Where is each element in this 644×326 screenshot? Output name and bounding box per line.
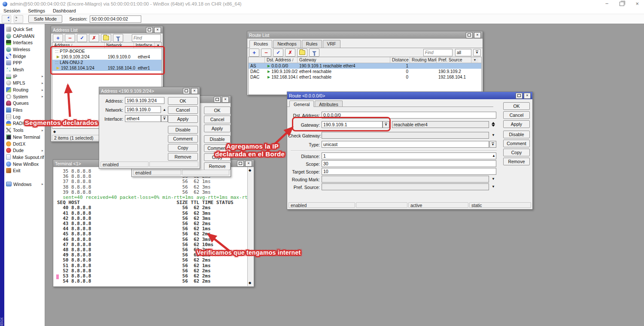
- filter-scope-select[interactable]: [455, 49, 471, 56]
- gateway-dropdown-icon[interactable]: ▼: [383, 121, 389, 128]
- close-icon[interactable]: ×: [222, 97, 229, 103]
- pref-source-field[interactable]: [322, 183, 489, 190]
- target-scope-field[interactable]: [322, 168, 496, 175]
- find-input[interactable]: [132, 34, 161, 42]
- network-field[interactable]: [125, 106, 161, 113]
- comment-button[interactable]: Comment: [168, 135, 198, 143]
- sidebar-item-capsman[interactable]: CAPsMAN: [4, 33, 45, 40]
- dst-address-field[interactable]: [322, 112, 496, 119]
- tab-nexthops[interactable]: Nexthops: [273, 40, 301, 48]
- comment-button[interactable]: Comment: [204, 144, 231, 152]
- type-dropdown-icon[interactable]: ▼: [489, 141, 496, 148]
- sidebar-item-system[interactable]: System▸: [4, 93, 45, 100]
- filter-button[interactable]: [309, 49, 319, 57]
- gateway-spinner-icon[interactable]: [492, 122, 495, 127]
- safe-mode-button[interactable]: Safe Mode: [28, 15, 62, 23]
- sidebar-item-exit[interactable]: Exit: [4, 167, 45, 174]
- remove-button[interactable]: −: [65, 34, 75, 42]
- sidebar-item-mesh[interactable]: Mesh: [4, 66, 45, 73]
- column-distance[interactable]: Distance: [390, 57, 410, 63]
- check-gateway-field[interactable]: [322, 132, 489, 139]
- scroll-down-icon[interactable]: ◆: [249, 281, 251, 285]
- table-row-address[interactable]: ▶192.168.104.1/24 192.168.104.0 ether1: [52, 65, 161, 71]
- column-network[interactable]: Network: [105, 43, 134, 48]
- sidebar-item-mpls[interactable]: MPLS▸: [4, 80, 45, 87]
- sidebar-item-quick-set[interactable]: Quick Set: [4, 26, 45, 33]
- add-button[interactable]: +: [53, 34, 63, 42]
- scroll-up-icon[interactable]: ◆: [249, 168, 251, 172]
- restore-icon[interactable]: [620, 2, 624, 6]
- menu-session[interactable]: Session: [3, 8, 20, 13]
- undo-icon[interactable]: [2, 15, 11, 23]
- cancel-button[interactable]: Cancel: [168, 106, 198, 114]
- table-row-route[interactable]: DAC ▶190.9.109.0/24 ether4 reachable 0 1…: [249, 69, 481, 74]
- routing-mark-field[interactable]: [322, 176, 489, 183]
- disable-button[interactable]: Disable: [168, 126, 198, 134]
- tab-rules[interactable]: Rules: [302, 40, 322, 48]
- sidebar-item-wireless[interactable]: Wireless: [4, 46, 45, 53]
- type-field[interactable]: [322, 141, 489, 148]
- tab-vrf[interactable]: VRF: [323, 40, 340, 48]
- redo-icon[interactable]: [14, 15, 23, 23]
- close-icon[interactable]: ×: [635, 1, 639, 6]
- remove-button[interactable]: Remove: [168, 153, 198, 161]
- menu-settings[interactable]: Settings: [28, 8, 45, 13]
- sidebar-item-dude[interactable]: Dude▸: [4, 147, 45, 154]
- dialog-titlebar[interactable]: Address <190.9.109.2/24> ×: [99, 87, 200, 94]
- sidebar-item-ppp[interactable]: PPP: [4, 59, 45, 66]
- column-address[interactable]: Address/: [52, 43, 105, 48]
- remove-button[interactable]: Remove: [503, 158, 530, 165]
- vertical-scrollbar[interactable]: ◆ ◆: [247, 167, 253, 286]
- disable-button[interactable]: ✗: [285, 49, 295, 57]
- ok-button[interactable]: OK: [503, 102, 530, 110]
- sidebar-item-make-supout[interactable]: Make Supout.rif: [4, 154, 45, 161]
- sidebar-item-dot1x[interactable]: Dot1X: [4, 140, 45, 147]
- disable-button[interactable]: Disable: [204, 135, 231, 143]
- column-dst-address[interactable]: Dst. Address/: [265, 57, 298, 63]
- routing-mark-dropdown-icon[interactable]: ▼: [492, 177, 495, 181]
- route-list-titlebar[interactable]: Route List ×: [247, 31, 483, 39]
- maximize-icon[interactable]: [516, 93, 522, 99]
- close-icon[interactable]: ×: [474, 32, 481, 38]
- sidebar-item-new-terminal[interactable]: New Terminal: [4, 134, 45, 140]
- column-pref-source[interactable]: Pref. Source: [437, 57, 471, 63]
- comment-button[interactable]: Comment: [503, 140, 530, 147]
- comment-button[interactable]: [297, 49, 307, 57]
- remove-button[interactable]: −: [261, 49, 271, 57]
- sidebar-item-interfaces[interactable]: Interfaces: [4, 39, 45, 46]
- menu-dashboard[interactable]: Dashboard: [53, 8, 76, 13]
- column-options-icon[interactable]: ▼: [154, 43, 161, 48]
- table-row-comment[interactable]: :::PTP-BORDE: [52, 49, 161, 54]
- gateway-field[interactable]: [322, 121, 383, 128]
- sidebar-item-new-winbox[interactable]: New WinBox: [4, 161, 45, 168]
- check-gateway-dropdown-icon[interactable]: ▼: [492, 133, 495, 137]
- tab-attributes[interactable]: Attributes: [315, 101, 342, 107]
- sidebar-item-tools[interactable]: Tools▸: [4, 127, 45, 134]
- add-button[interactable]: +: [249, 49, 259, 57]
- copy-button[interactable]: Copy: [204, 153, 231, 161]
- collapse-arrow-icon[interactable]: ▲: [163, 108, 166, 112]
- sidebar-item-windows[interactable]: Windows▸: [4, 181, 45, 188]
- tab-general[interactable]: General: [289, 101, 314, 107]
- cancel-button[interactable]: Cancel: [503, 111, 530, 119]
- sidebar-item-routing[interactable]: Routing▸: [4, 86, 45, 93]
- find-input[interactable]: [423, 49, 453, 56]
- maximize-icon[interactable]: [237, 161, 244, 167]
- table-row-address[interactable]: ▶190.9.109.2/24 190.9.109.0 ether4: [52, 54, 161, 60]
- scroll-arrow-icon[interactable]: ◆: [53, 130, 56, 134]
- enable-button[interactable]: ✓: [77, 34, 87, 42]
- disable-button[interactable]: Disable: [503, 131, 530, 138]
- table-row-route[interactable]: DAC ▶192.168.104.0... ether1 reachable 0…: [249, 74, 481, 80]
- table-row-route[interactable]: AS ▶0.0.0.0/0 190.9.109.1 reachable ethe…: [249, 63, 481, 69]
- cancel-button[interactable]: Cancel: [204, 116, 231, 123]
- sidebar-item-files[interactable]: Files: [4, 107, 45, 113]
- column-flags[interactable]: [249, 57, 265, 63]
- interface-dropdown-icon[interactable]: ▼: [161, 115, 168, 122]
- maximize-icon[interactable]: [146, 27, 153, 33]
- column-routing-mark[interactable]: Routing Mark: [410, 57, 437, 63]
- interface-field[interactable]: [125, 115, 161, 122]
- sidebar-item-log[interactable]: Log: [4, 113, 45, 120]
- distance-field[interactable]: [322, 152, 496, 159]
- minimize-icon[interactable]: −: [605, 1, 609, 6]
- distance-up-icon[interactable]: ▲: [492, 154, 495, 158]
